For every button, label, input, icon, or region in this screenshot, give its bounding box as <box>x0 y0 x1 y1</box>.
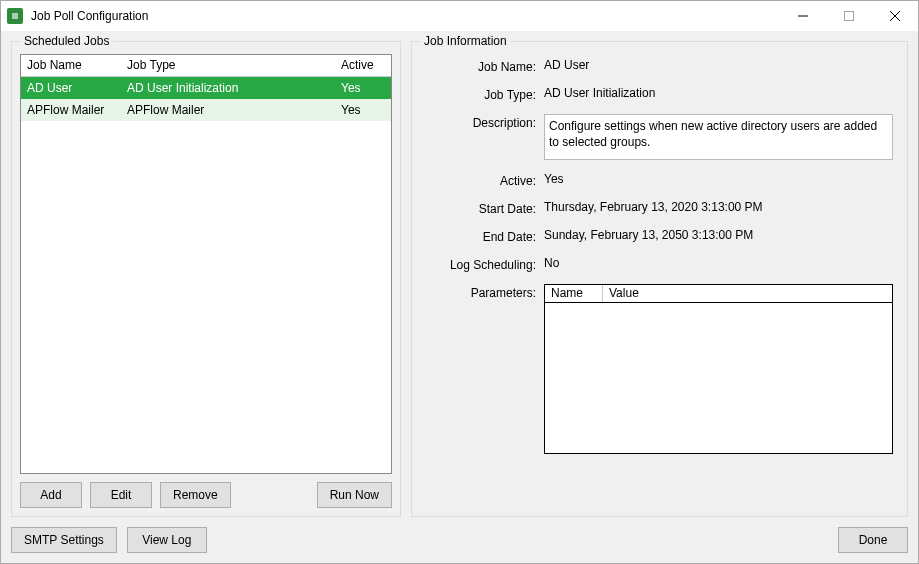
parameters-header: Name Value <box>545 285 892 303</box>
label-log-scheduling: Log Scheduling: <box>426 256 536 272</box>
add-button[interactable]: Add <box>20 482 82 508</box>
cell-job-active: Yes <box>335 100 391 120</box>
jobs-grid-body: AD User AD User Initialization Yes APFlo… <box>21 77 391 473</box>
svg-rect-3 <box>845 12 854 21</box>
window-title: Job Poll Configuration <box>31 9 780 23</box>
value-job-name: AD User <box>544 58 893 74</box>
description-box[interactable]: Configure settings when new active direc… <box>544 114 893 160</box>
cell-job-type: APFlow Mailer <box>121 100 335 120</box>
upper-panels: Scheduled Jobs Job Name Job Type Active … <box>11 41 908 517</box>
scheduled-jobs-legend: Scheduled Jobs <box>20 34 113 48</box>
spacer <box>239 482 309 508</box>
value-description: Configure settings when new active direc… <box>544 114 893 160</box>
svg-rect-1 <box>12 13 18 19</box>
minimize-button[interactable] <box>780 1 826 31</box>
value-active: Yes <box>544 172 893 188</box>
value-log-scheduling: No <box>544 256 893 272</box>
col-header-active[interactable]: Active <box>335 55 391 76</box>
titlebar: Job Poll Configuration <box>1 1 918 31</box>
app-icon <box>7 8 23 24</box>
edit-button[interactable]: Edit <box>90 482 152 508</box>
app-window: Job Poll Configuration Scheduled Jobs Jo… <box>0 0 919 564</box>
label-parameters: Parameters: <box>426 284 536 454</box>
cell-job-active: Yes <box>335 78 391 98</box>
cell-job-name: APFlow Mailer <box>21 100 121 120</box>
value-start-date: Thursday, February 13, 2020 3:13:00 PM <box>544 200 893 216</box>
view-log-button[interactable]: View Log <box>127 527 207 553</box>
smtp-settings-button[interactable]: SMTP Settings <box>11 527 117 553</box>
run-now-button[interactable]: Run Now <box>317 482 392 508</box>
label-start-date: Start Date: <box>426 200 536 216</box>
done-button[interactable]: Done <box>838 527 908 553</box>
col-header-name[interactable]: Job Name <box>21 55 121 76</box>
job-info-grid: Job Name: AD User Job Type: AD User Init… <box>420 54 899 508</box>
content-area: Scheduled Jobs Job Name Job Type Active … <box>1 31 918 563</box>
label-job-name: Job Name: <box>426 58 536 74</box>
window-controls <box>780 1 918 31</box>
cell-job-name: AD User <box>21 78 121 98</box>
jobs-grid-header: Job Name Job Type Active <box>21 55 391 77</box>
jobs-buttons: Add Edit Remove Run Now <box>20 482 392 508</box>
parameters-table[interactable]: Name Value <box>544 284 893 454</box>
label-job-type: Job Type: <box>426 86 536 102</box>
job-information-panel: Job Information Job Name: AD User Job Ty… <box>411 41 908 517</box>
col-header-type[interactable]: Job Type <box>121 55 335 76</box>
jobs-grid[interactable]: Job Name Job Type Active AD User AD User… <box>20 54 392 474</box>
remove-button[interactable]: Remove <box>160 482 231 508</box>
close-button[interactable] <box>872 1 918 31</box>
cell-job-type: AD User Initialization <box>121 78 335 98</box>
param-col-value[interactable]: Value <box>603 285 892 302</box>
table-row[interactable]: AD User AD User Initialization Yes <box>21 77 391 99</box>
value-end-date: Sunday, February 13, 2050 3:13:00 PM <box>544 228 893 244</box>
bottom-bar: SMTP Settings View Log Done <box>11 527 908 553</box>
maximize-button[interactable] <box>826 1 872 31</box>
param-col-name[interactable]: Name <box>545 285 603 302</box>
label-end-date: End Date: <box>426 228 536 244</box>
scheduled-jobs-panel: Scheduled Jobs Job Name Job Type Active … <box>11 41 401 517</box>
table-row[interactable]: APFlow Mailer APFlow Mailer Yes <box>21 99 391 121</box>
label-active: Active: <box>426 172 536 188</box>
value-parameters: Name Value <box>544 284 893 454</box>
value-job-type: AD User Initialization <box>544 86 893 102</box>
label-description: Description: <box>426 114 536 160</box>
job-information-legend: Job Information <box>420 34 511 48</box>
